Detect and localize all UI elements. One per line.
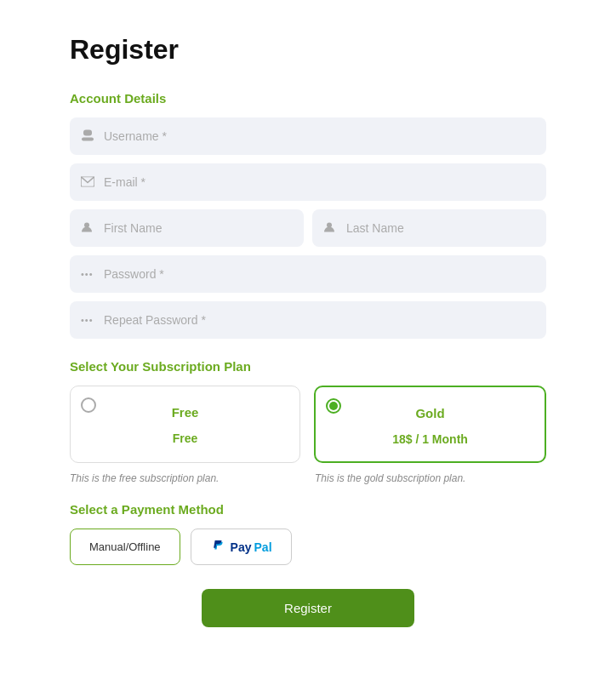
paypal-logo: PayPal: [231, 540, 272, 554]
subscription-section: Select Your Subscription Plan Free Free …: [70, 359, 546, 485]
email-wrapper: [70, 163, 546, 201]
password-wrapper: •••: [70, 255, 546, 293]
free-plan-desc-wrapper: This is the free subscription plan.: [70, 470, 301, 485]
gold-plan-name: Gold: [415, 406, 444, 420]
repeat-password-group: •••: [70, 301, 546, 339]
gold-plan-desc: This is the gold subscription plan.: [315, 472, 465, 484]
free-plan-card[interactable]: Free Free: [70, 386, 300, 463]
gold-plan-card[interactable]: Gold 18$ / 1 Month: [314, 386, 546, 463]
paypal-p1: Pay: [231, 540, 252, 554]
free-plan-desc: This is the free subscription plan.: [70, 472, 219, 484]
plans-row: Free Free Gold 18$ / 1 Month: [70, 386, 546, 463]
last-name-input[interactable]: [312, 209, 546, 247]
register-button[interactable]: Register: [202, 589, 414, 627]
page-title: Register: [70, 34, 546, 66]
gold-plan-desc-wrapper: This is the gold subscription plan.: [315, 470, 546, 485]
free-plan-radio[interactable]: [81, 397, 96, 413]
account-section-title: Account Details: [70, 91, 546, 106]
email-group: [70, 163, 546, 201]
free-plan-price: Free: [173, 431, 198, 445]
gold-plan-radio-inner: [329, 402, 338, 410]
subscription-section-title: Select Your Subscription Plan: [70, 359, 546, 374]
gold-plan-price: 18$ / 1 Month: [392, 432, 468, 446]
username-input[interactable]: [70, 117, 546, 155]
repeat-password-input[interactable]: [70, 301, 546, 339]
free-plan-name: Free: [172, 405, 199, 420]
paypal-icon: [210, 538, 225, 556]
first-name-wrapper: [70, 209, 304, 247]
gold-plan-radio[interactable]: [326, 398, 341, 414]
name-row: [70, 209, 546, 247]
password-input[interactable]: [70, 255, 546, 293]
paypal-p2: Pal: [254, 540, 272, 554]
payment-section: Select a Payment Method Manual/Offline P…: [70, 502, 546, 565]
payment-buttons: Manual/Offline PayPal: [70, 529, 546, 565]
account-section: Account Details: [70, 91, 546, 339]
manual-payment-button[interactable]: Manual/Offline: [70, 529, 180, 565]
payment-section-title: Select a Payment Method: [70, 502, 546, 517]
username-group: [70, 117, 546, 155]
password-group: •••: [70, 255, 546, 293]
plan-descriptions: This is the free subscription plan. This…: [70, 470, 546, 485]
username-wrapper: [70, 117, 546, 155]
repeat-password-wrapper: •••: [70, 301, 546, 339]
manual-payment-label: Manual/Offline: [89, 540, 161, 553]
email-input[interactable]: [70, 163, 546, 201]
first-name-input[interactable]: [70, 209, 304, 247]
register-button-label: Register: [284, 601, 332, 615]
last-name-wrapper: [312, 209, 546, 247]
paypal-payment-button[interactable]: PayPal: [191, 529, 292, 565]
page-container: Register Account Details: [70, 34, 546, 646]
